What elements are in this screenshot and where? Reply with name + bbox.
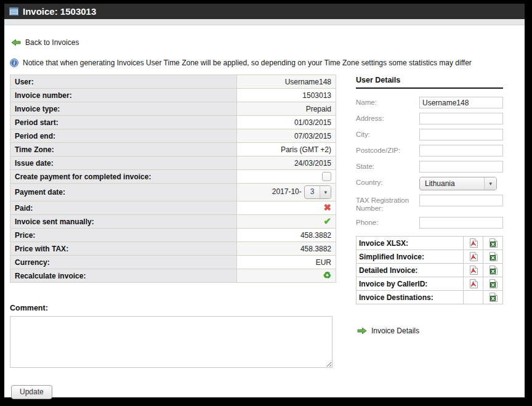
row-label: Price:: [10, 229, 237, 242]
file-row-label: Invoice XLSX:: [357, 237, 464, 250]
info-icon: i: [10, 59, 18, 67]
row-label: Paid:: [10, 201, 237, 215]
field-label: Phone:: [356, 217, 419, 227]
payment-day-value: 3: [305, 186, 320, 198]
paid-cross-icon[interactable]: ✖: [323, 202, 331, 213]
issue-date-value: 24/03/2015: [237, 156, 336, 170]
payment-date-prefix: 2017-10-: [272, 188, 302, 197]
currency-value: EUR: [237, 256, 336, 269]
file-row-label: Simplified Invoice:: [357, 250, 464, 264]
table-row: Price with TAX: 458.3882: [10, 242, 336, 256]
table-row: Time Zone: Paris (GMT +2): [10, 143, 336, 156]
pdf-download-icon[interactable]: [464, 237, 483, 250]
create-payment-checkbox[interactable]: [322, 172, 331, 181]
row-label: Invoice type:: [10, 102, 237, 116]
xls-download-icon[interactable]: [483, 237, 503, 250]
row-label: Create payment for completed invoice:: [10, 170, 237, 184]
row-label: Period end:: [10, 129, 237, 143]
pdf-cell-empty: [464, 291, 483, 304]
table-row: Price: 458.3882: [10, 229, 336, 242]
invoice-summary-table: User: Username148 Invoice number: 150301…: [10, 75, 336, 283]
row-label: Currency:: [10, 256, 237, 269]
invoice-number-value: 1503013: [237, 89, 336, 102]
table-row: Paid: ✖: [10, 201, 336, 215]
page: Invoice: 1503013 Back to Invoices i Noti…: [4, 4, 525, 397]
table-row: Currency: EUR: [10, 256, 336, 269]
sent-manually-check-icon[interactable]: ✔: [323, 216, 331, 226]
xls-download-icon[interactable]: [483, 277, 503, 291]
postcode-field[interactable]: [419, 145, 503, 156]
table-row: Invoice sent manually: ✔: [10, 215, 336, 229]
pdf-download-icon[interactable]: [464, 277, 483, 291]
timezone-value: Paris (GMT +2): [237, 143, 336, 156]
file-row-label: Detailed Invoice:: [357, 264, 464, 277]
row-label: Price with TAX:: [10, 242, 237, 256]
price-with-tax-value: 458.3882: [237, 242, 336, 256]
country-select[interactable]: Lithuania▾: [419, 177, 497, 190]
table-row: Simplified Invoice:: [357, 250, 503, 264]
table-row: Recalculate invoice: ♻: [10, 269, 336, 283]
table-row: Period end: 07/03/2015: [10, 129, 336, 143]
comment-label: Comment:: [10, 304, 336, 312]
back-arrow-icon: [11, 39, 21, 46]
xls-download-icon[interactable]: [483, 250, 503, 264]
table-row: Period start: 01/03/2015: [10, 116, 336, 129]
xls-download-icon[interactable]: [483, 264, 503, 277]
row-label: Issue date:: [10, 156, 237, 170]
field-label: Postcode/ZIP:: [356, 145, 419, 155]
price-value: 458.3882: [237, 229, 336, 242]
invoice-details-label: Invoice Details: [371, 327, 419, 335]
pdf-download-icon[interactable]: [464, 264, 483, 277]
update-button[interactable]: Update: [11, 385, 52, 399]
table-row: User: Username148: [10, 75, 336, 89]
notice-text: Notice that when generating Invoices Use…: [23, 59, 472, 67]
xls-download-icon[interactable]: [483, 291, 503, 304]
tax-number-field[interactable]: [419, 195, 503, 206]
city-field[interactable]: [419, 129, 503, 140]
user-details-title: User Details: [356, 76, 503, 89]
field-label: TAX Registration Number:: [356, 195, 419, 213]
table-row: Issue date: 24/03/2015: [10, 156, 336, 170]
table-row: Invoice Destinations:: [357, 291, 503, 304]
user-value: Username148: [237, 75, 336, 89]
table-row: Create payment for completed invoice:: [10, 170, 336, 184]
invoice-list-icon: [9, 7, 18, 15]
address-field[interactable]: [419, 113, 503, 124]
row-label: User:: [10, 75, 237, 89]
row-label: Invoice number:: [10, 89, 237, 102]
row-label: Invoice sent manually:: [10, 215, 237, 229]
field-label: Address:: [356, 113, 419, 123]
phone-field[interactable]: [419, 217, 503, 229]
field-label: Name:: [356, 97, 419, 107]
payment-date-cell: 2017-10-3▾: [237, 184, 336, 201]
svg-text:i: i: [14, 60, 15, 66]
row-label: Recalculate invoice:: [10, 269, 237, 283]
table-row: Payment date: 2017-10-3▾: [10, 184, 336, 201]
header-substrip: [4, 19, 525, 25]
timezone-notice: i Notice that when generating Invoices U…: [10, 59, 516, 67]
back-link-label: Back to Invoices: [25, 38, 79, 47]
forward-arrow-icon: [357, 327, 367, 335]
file-row-label: Invoice by CallerID:: [357, 277, 464, 291]
pdf-download-icon[interactable]: [464, 250, 483, 264]
invoice-details-link[interactable]: Invoice Details: [357, 327, 503, 335]
table-row: Invoice number: 1503013: [10, 89, 336, 102]
period-start-value: 01/03/2015: [237, 116, 336, 129]
table-row: Detailed Invoice:: [357, 264, 503, 277]
page-title: Invoice: 1503013: [23, 6, 96, 17]
payment-day-select[interactable]: 3▾: [304, 185, 331, 199]
field-label: State:: [356, 161, 419, 171]
title-bar: Invoice: 1503013: [4, 4, 525, 19]
recalculate-refresh-icon[interactable]: ♻: [323, 270, 331, 280]
back-to-invoices-link[interactable]: Back to Invoices: [11, 38, 516, 47]
table-row: Invoice by CallerID:: [357, 277, 503, 291]
name-field[interactable]: [419, 97, 503, 108]
period-end-value: 07/03/2015: [237, 129, 336, 143]
row-label: Time Zone:: [10, 143, 237, 156]
field-label: Country:: [356, 177, 419, 187]
state-field[interactable]: [419, 161, 503, 173]
comment-textarea[interactable]: [10, 316, 332, 368]
user-details-form: Name: Address: City: Postcode/ZIP:: [356, 97, 503, 229]
invoice-type-value: Prepaid: [237, 102, 336, 116]
field-label: City:: [356, 129, 419, 139]
